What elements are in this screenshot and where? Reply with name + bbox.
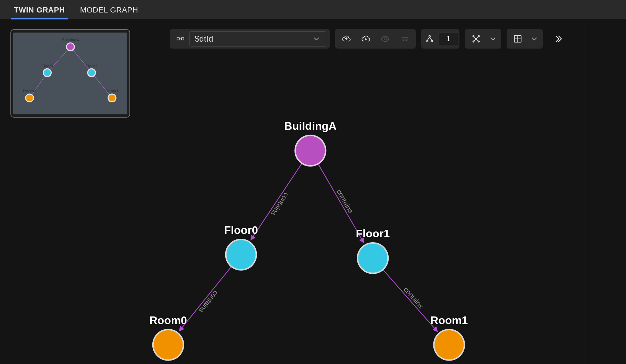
svg-point-28: [384, 38, 387, 40]
graph-panel: containscontainscontainscontains Buildin…: [0, 19, 584, 364]
node-label: BuildingA: [284, 120, 337, 132]
edge-label: contains: [270, 192, 290, 217]
node-label: Room0: [150, 314, 187, 327]
tab-twin-graph[interactable]: TWIN GRAPH: [6, 1, 73, 19]
fit-icon[interactable]: [174, 29, 187, 49]
svg-rect-26: [181, 38, 184, 40]
svg-line-34: [428, 37, 430, 41]
svg-point-23: [109, 94, 116, 101]
svg-text:Room0: Room0: [23, 88, 36, 93]
twin-label-dropdown[interactable]: $dtId: [189, 31, 326, 46]
svg-line-41: [473, 36, 476, 39]
node-label: Floor0: [224, 224, 258, 236]
node-label: Room1: [430, 314, 468, 327]
view-mode-dropdown-button[interactable]: [527, 29, 541, 49]
node-Floor0[interactable]: Floor0: [224, 224, 258, 271]
import-graph-button[interactable]: [356, 29, 375, 49]
svg-point-1: [296, 136, 325, 165]
svg-text:BuildingA: BuildingA: [62, 37, 79, 42]
minimap[interactable]: BuildingAFloor0Floor1Room0Room1: [10, 29, 130, 118]
chevron-down-icon: [530, 34, 539, 43]
svg-point-5: [358, 244, 387, 273]
tab-model-graph-label: MODEL GRAPH: [80, 6, 138, 14]
svg-point-7: [154, 330, 183, 359]
svg-point-20: [26, 94, 33, 101]
view-mode-button[interactable]: [508, 29, 527, 49]
layout-dropdown-button[interactable]: [486, 29, 500, 49]
svg-point-31: [429, 35, 430, 37]
overflow-button[interactable]: [548, 29, 568, 49]
svg-point-9: [434, 330, 464, 359]
show-relationships-button: [395, 29, 414, 49]
edge-label: contains: [402, 286, 425, 310]
svg-point-29: [402, 37, 405, 41]
svg-text:Floor0: Floor0: [42, 64, 53, 68]
svg-line-43: [473, 39, 476, 42]
node-Room1[interactable]: Room1: [430, 314, 468, 361]
svg-line-35: [430, 37, 432, 41]
node-label: Floor1: [356, 227, 390, 240]
tab-bar: TWIN GRAPH MODEL GRAPH: [0, 0, 626, 19]
svg-point-32: [426, 40, 428, 42]
svg-point-3: [227, 240, 256, 269]
export-graph-button[interactable]: [337, 29, 356, 49]
chevron-down-icon: [312, 34, 321, 43]
svg-line-44: [476, 39, 479, 42]
node-Room0[interactable]: Room0: [150, 314, 187, 361]
expand-tree-button[interactable]: [423, 29, 437, 49]
show-all-button: [375, 29, 395, 49]
svg-point-17: [88, 69, 95, 76]
svg-rect-25: [177, 38, 179, 40]
toolbar: $dtId: [170, 29, 577, 49]
node-Floor1[interactable]: Floor1: [356, 227, 390, 274]
edge-Floor0-Room0[interactable]: [179, 267, 231, 331]
layout-button[interactable]: [466, 29, 486, 49]
svg-text:Room1: Room1: [105, 88, 119, 93]
expansion-group: [421, 29, 459, 49]
tab-model-graph[interactable]: MODEL GRAPH: [73, 1, 146, 19]
expansion-level-input[interactable]: [439, 33, 458, 45]
layout-group: [465, 29, 501, 49]
node-BuildingA[interactable]: BuildingA: [284, 120, 337, 167]
svg-point-33: [431, 40, 432, 42]
edge-label: contains: [198, 289, 220, 314]
svg-point-11: [67, 43, 74, 50]
twin-label-value: $dtId: [195, 34, 213, 44]
io-group: [335, 29, 416, 49]
svg-point-30: [405, 37, 408, 41]
svg-point-14: [44, 69, 51, 76]
svg-text:Floor1: Floor1: [86, 64, 97, 68]
chevron-down-icon: [488, 34, 497, 43]
edge-BuildingA-Floor0[interactable]: [251, 164, 302, 239]
tab-twin-graph-label: TWIN GRAPH: [14, 6, 65, 14]
edge-Floor1-Room1[interactable]: [383, 270, 437, 331]
label-selector-group: $dtId: [170, 29, 330, 49]
view-mode-group: [507, 29, 543, 49]
svg-line-42: [476, 36, 479, 39]
